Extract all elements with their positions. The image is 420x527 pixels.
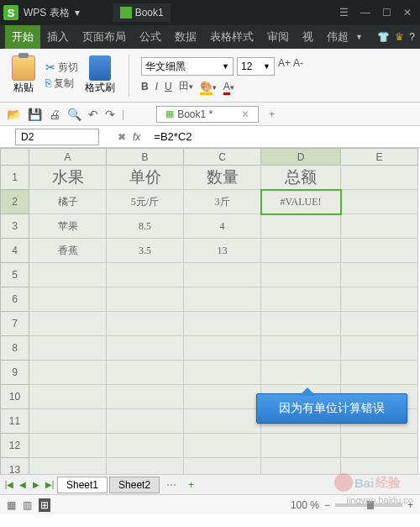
cell[interactable] <box>341 361 418 385</box>
row-header[interactable]: 10 <box>1 385 29 409</box>
cell[interactable]: 5元/斤 <box>107 190 184 214</box>
menu-formula[interactable]: 公式 <box>133 25 168 49</box>
view-page-icon[interactable]: ▥ <box>23 499 32 511</box>
cell[interactable] <box>341 458 418 475</box>
cell[interactable] <box>261 336 341 361</box>
cell[interactable] <box>261 263 341 287</box>
cancel-formula-icon[interactable]: ✖ <box>118 131 126 143</box>
row-header[interactable]: 9 <box>1 361 29 385</box>
cell[interactable] <box>107 434 184 458</box>
menu-style[interactable]: 表格样式 <box>203 25 260 49</box>
cell[interactable]: 4 <box>184 214 261 239</box>
menu-insert[interactable]: 插入 <box>40 25 76 49</box>
col-header-C[interactable]: C <box>184 149 261 166</box>
cell[interactable]: 苹果 <box>29 214 107 239</box>
maximize-icon[interactable]: ☐ <box>382 7 391 18</box>
cell[interactable] <box>107 287 184 312</box>
menu-view[interactable]: 视 <box>296 25 320 49</box>
col-header-D[interactable]: D <box>261 149 341 166</box>
row-header[interactable]: 3 <box>1 214 29 239</box>
menu-extra[interactable]: 伟超 <box>320 25 355 49</box>
open-icon[interactable]: 📂 <box>7 108 21 121</box>
sheet-tab-1[interactable]: Sheet1 <box>57 477 108 493</box>
cell[interactable] <box>29 361 107 385</box>
cell[interactable] <box>184 263 261 287</box>
cell[interactable] <box>29 336 107 361</box>
cell[interactable] <box>29 385 107 409</box>
menu-home[interactable]: 开始 <box>5 25 40 49</box>
italic-button[interactable]: I <box>155 81 158 92</box>
redo-icon[interactable]: ↷ <box>105 108 115 121</box>
view-normal-icon[interactable]: ▦ <box>7 499 16 511</box>
row-header[interactable]: 2 <box>1 190 29 214</box>
zoom-out-button[interactable]: − <box>324 499 330 511</box>
row-header[interactable]: 13 <box>1 458 29 475</box>
formula-input[interactable]: =B2*C2 <box>147 130 198 143</box>
format-painter-button[interactable]: 格式刷 <box>83 55 117 95</box>
cell[interactable] <box>261 239 341 263</box>
save-icon[interactable]: 💾 <box>28 108 42 121</box>
cell[interactable] <box>184 336 261 361</box>
cell[interactable] <box>261 312 341 336</box>
cell[interactable]: 3斤 <box>184 190 261 214</box>
add-sheet-button[interactable]: + <box>183 479 199 491</box>
help-icon[interactable]: ? <box>409 31 415 43</box>
zoom-in-button[interactable]: + <box>407 499 413 511</box>
cell[interactable] <box>184 434 261 458</box>
cell[interactable] <box>29 287 107 312</box>
cell[interactable]: 3.5 <box>107 239 184 263</box>
cell[interactable]: 数量 <box>184 166 261 190</box>
col-header-B[interactable]: B <box>107 149 184 166</box>
cell[interactable] <box>107 458 184 475</box>
menu-more[interactable]: ▼ <box>355 33 363 41</box>
preview-icon[interactable]: 🔍 <box>67 108 81 121</box>
sheet-nav-next[interactable]: ▶ <box>30 480 42 489</box>
cell[interactable] <box>29 263 107 287</box>
row-header[interactable]: 12 <box>1 434 29 458</box>
close-tab-icon[interactable]: ✕ <box>241 108 249 120</box>
print-icon[interactable]: 🖨 <box>49 108 60 121</box>
cell[interactable]: 8.5 <box>107 214 184 239</box>
cell[interactable] <box>261 458 341 475</box>
workbook-tab[interactable]: ▦ Book1 * ✕ <box>156 106 259 123</box>
document-tab[interactable]: Book1 <box>113 3 171 22</box>
options-icon[interactable]: ☰ <box>339 7 349 18</box>
cell[interactable] <box>107 385 184 409</box>
underline-button[interactable]: U <box>165 81 172 92</box>
cell[interactable]: 总额 <box>261 166 341 190</box>
cell[interactable] <box>341 434 418 458</box>
menu-data[interactable]: 数据 <box>168 25 203 49</box>
paste-button[interactable]: 粘贴 <box>7 55 40 95</box>
row-header[interactable]: 6 <box>1 287 29 312</box>
cell[interactable] <box>29 409 107 434</box>
sheet-nav-prev[interactable]: ◀ <box>17 480 29 489</box>
cell[interactable] <box>29 458 107 475</box>
cell[interactable] <box>341 214 418 239</box>
cell[interactable] <box>184 458 261 475</box>
increase-font-button[interactable]: A+ <box>278 57 291 76</box>
cell[interactable] <box>261 214 341 239</box>
cell[interactable] <box>29 434 107 458</box>
row-header[interactable]: 4 <box>1 239 29 263</box>
cell[interactable] <box>341 287 418 312</box>
cell[interactable]: 水果 <box>29 166 107 190</box>
crown-icon[interactable]: ♛ <box>395 31 404 43</box>
font-color-button[interactable]: A▾ <box>223 81 234 92</box>
cut-button[interactable]: ✂剪切 <box>45 61 78 75</box>
cell[interactable]: 橘子 <box>29 190 107 214</box>
name-box[interactable]: D2 <box>15 129 99 145</box>
minimize-icon[interactable]: — <box>360 7 370 18</box>
cell[interactable]: 13 <box>184 239 261 263</box>
cell[interactable] <box>107 263 184 287</box>
select-all-corner[interactable] <box>1 149 29 166</box>
add-tab-button[interactable]: + <box>262 108 281 120</box>
row-header[interactable]: 1 <box>1 166 29 190</box>
cell[interactable] <box>341 190 418 214</box>
sheet-nav-first[interactable]: |◀ <box>3 480 15 489</box>
row-header[interactable]: 8 <box>1 336 29 361</box>
col-header-E[interactable]: E <box>341 149 418 166</box>
zoom-slider[interactable] <box>335 503 402 507</box>
cell[interactable] <box>341 336 418 361</box>
view-custom-icon[interactable]: ⊞ <box>39 498 50 512</box>
cell[interactable] <box>184 287 261 312</box>
